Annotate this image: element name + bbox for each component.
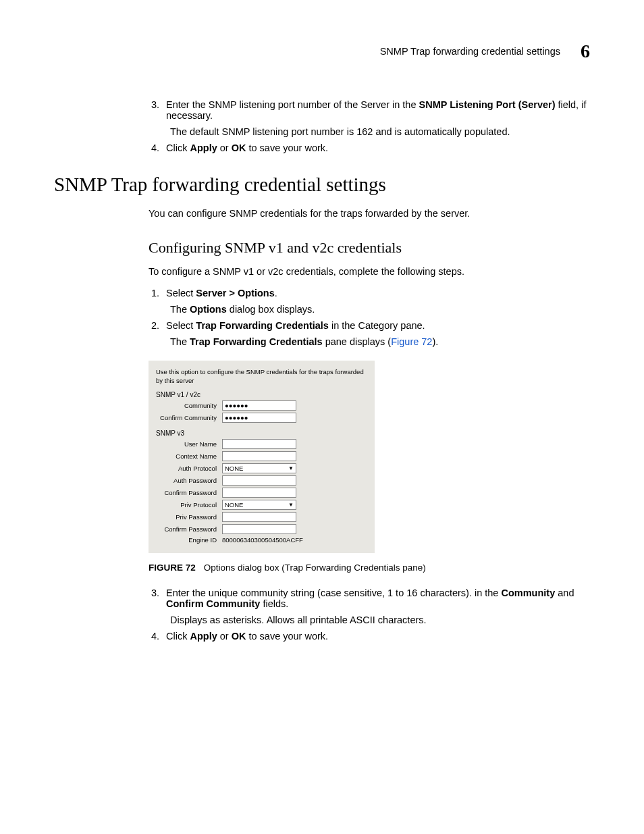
chevron-down-icon: ▼ [288,465,294,471]
row-privproto: Priv Protocol NONE ▼ [156,500,367,510]
heading-1: SNMP Trap forwarding credential settings [54,174,590,196]
bold: OK [232,142,246,153]
text: or [217,631,232,642]
input-confauthpass[interactable] [222,488,296,498]
bold: Confirm Community [166,598,260,609]
after-step-3: Enter the unique community string (case … [162,588,590,625]
dialog-pane: Use this option to configure the SNMP cr… [149,361,375,553]
running-head: SNMP Trap forwarding credential settings… [54,41,590,62]
row-authproto: Auth Protocol NONE ▼ [156,463,367,473]
after-step-4: Click Apply or OK to save your work. [162,631,590,642]
label-engineid: Engine ID [156,536,222,544]
figure-link[interactable]: Figure 72 [391,336,432,347]
label-authpass: Auth Password [156,477,222,484]
label-authproto: Auth Protocol [156,465,222,472]
bold: Trap Forwarding Credentials [190,336,323,347]
config-step-1: Select Server > Options. The Options dia… [162,288,590,315]
text: to save your work. [246,142,328,153]
input-authpass[interactable] [222,475,296,486]
row-confirm-community: Confirm Community ●●●●●● [156,413,367,423]
running-title: SNMP Trap forwarding credential settings [380,46,560,57]
input-confprivpass[interactable] [222,524,296,534]
row-username: User Name [156,439,367,449]
substep: Displays as asterisks. Allows all printa… [170,615,590,625]
text: dialog box displays. [227,304,315,315]
dialog-section-v1v2c: SNMP v1 / v2c [156,391,367,398]
heading-2: Configuring SNMP v1 and v2c credentials [149,239,590,257]
paragraph: You can configure SNMP credentials for t… [149,208,590,219]
page: SNMP Trap forwarding credential settings… [0,0,644,834]
bold: Community [501,588,555,598]
text: Select [166,320,196,331]
chapter-number: 6 [581,41,590,62]
input-community[interactable]: ●●●●●● [222,400,296,411]
row-privpass: Priv Password [156,512,367,522]
value-engineid: 800006340300504500ACFF [222,536,303,544]
figure-label: FIGURE 72 [149,563,196,573]
bold: Apply [190,142,217,153]
input-contextname[interactable] [222,451,296,461]
figure-text: Options dialog box (Trap Forwarding Cred… [204,563,426,573]
bold: Trap Forwarding Credentials [196,320,329,331]
text: in the Category pane. [329,320,425,331]
bold: OK [232,631,246,642]
label-confprivpass: Confirm Password [156,525,222,533]
intro-step-4: Click Apply or OK to save your work. [162,142,590,153]
substep: The Options dialog box displays. [170,304,590,315]
text: Click [166,631,190,642]
input-confirm-community[interactable]: ●●●●●● [222,413,296,423]
row-confprivpass: Confirm Password [156,524,367,534]
bold: Options [190,304,227,315]
text: Click [166,142,190,153]
intro-step-3: Enter the SNMP listening port number of … [162,99,590,137]
row-contextname: Context Name [156,451,367,461]
text: Enter the unique community string (case … [166,588,501,598]
row-authpass: Auth Password [156,475,367,486]
text: pane displays ( [323,336,392,347]
text: and [555,588,574,598]
substep: The default SNMP listening port number i… [170,126,590,137]
row-engineid: Engine ID 800006340300504500ACFF [156,536,367,544]
label-privproto: Priv Protocol [156,501,222,509]
label-confauthpass: Confirm Password [156,489,222,496]
dropdown-value: NONE [225,501,243,509]
input-username[interactable] [222,439,296,449]
input-privpass[interactable] [222,512,296,522]
label-confirm-community: Confirm Community [156,414,222,421]
row-community: Community ●●●●●● [156,400,367,411]
dropdown-privproto[interactable]: NONE ▼ [222,500,296,510]
intro-steps-list: Enter the SNMP listening port number of … [149,99,590,153]
label-community: Community [156,402,222,409]
section-body: You can configure SNMP credentials for t… [149,208,590,642]
label-privpass: Priv Password [156,513,222,521]
text: to save your work. [246,631,328,642]
figure-caption: FIGURE 72Options dialog box (Trap Forwar… [149,563,590,573]
dropdown-value: NONE [225,465,243,472]
config-steps-list: Select Server > Options. The Options dia… [149,288,590,347]
substep: The Trap Forwarding Credentials pane dis… [170,336,590,347]
config-step-2: Select Trap Forwarding Credentials in th… [162,320,590,347]
paragraph: To configure a SNMP v1 or v2c credential… [149,266,590,277]
label-contextname: Context Name [156,452,222,460]
text: or [217,142,232,153]
intro-steps-block: Enter the SNMP listening port number of … [149,99,590,153]
text: ). [432,336,438,347]
dialog-section-v3: SNMP v3 [156,429,367,437]
after-steps-list: Enter the unique community string (case … [149,588,590,642]
text: Select [166,288,196,298]
bold: Apply [190,631,217,642]
text: The [170,304,190,315]
dialog-description: Use this option to configure the SNMP cr… [156,368,367,386]
bold: SNMP Listening Port (Server) [419,99,556,110]
label-username: User Name [156,440,222,448]
text: . [275,288,277,298]
chevron-down-icon: ▼ [288,502,294,508]
text: fields. [260,598,288,609]
bold: Server > Options [196,288,274,298]
text: Enter the SNMP listening port number of … [166,99,419,110]
row-confauthpass: Confirm Password [156,488,367,498]
dropdown-authproto[interactable]: NONE ▼ [222,463,296,473]
text: The [170,336,190,347]
